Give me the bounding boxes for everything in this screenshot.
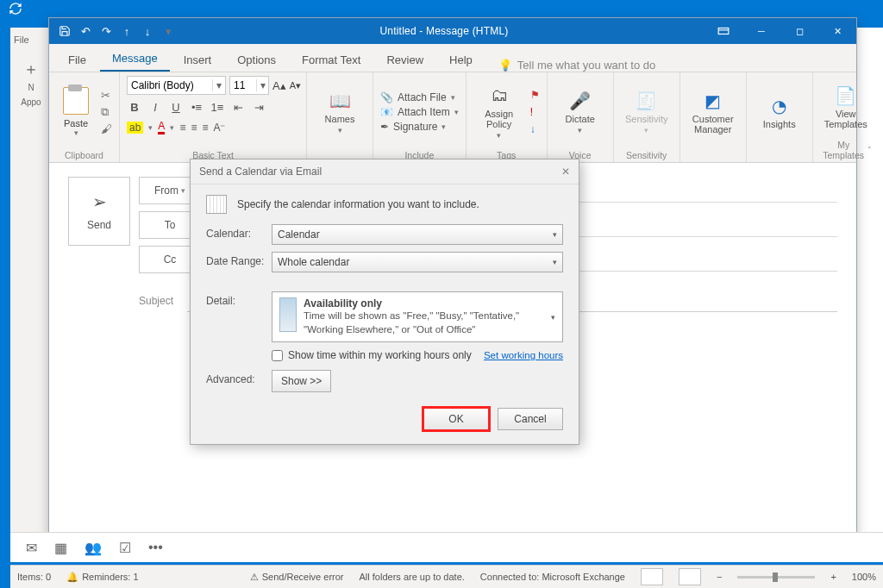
align-left-button[interactable]: ≡ (179, 122, 185, 134)
dictate-button[interactable]: 🎤Dictate▾ (554, 90, 606, 134)
status-items: Items: 0 (17, 572, 51, 582)
calendar-select[interactable]: Calendar (272, 224, 563, 245)
status-reminders[interactable]: 🔔Reminders: 1 (66, 572, 138, 583)
view-templates-button[interactable]: 📄View Templates (820, 84, 872, 129)
outdent-button[interactable]: ⇤ (230, 101, 246, 114)
grow-font-icon[interactable]: A▴ (272, 79, 286, 92)
file-tab-peek[interactable]: File (10, 33, 52, 47)
cancel-button[interactable]: Cancel (498, 408, 563, 430)
indent-button[interactable]: ⇥ (251, 101, 266, 114)
new-button[interactable]: ＋ N Appo (10, 66, 52, 102)
paperclip-icon: 📎 (380, 91, 393, 103)
save-icon[interactable] (58, 24, 72, 38)
ok-button[interactable]: OK (423, 408, 489, 430)
font-family-select[interactable]: ▾ (127, 76, 226, 95)
tab-format-text[interactable]: Format Text (290, 48, 373, 72)
sensitivity-button: 🧾Sensitivity▾ (621, 90, 673, 134)
tell-me-text: Tell me what you want to do (517, 59, 655, 72)
undo-icon[interactable]: ↶ (78, 24, 92, 38)
main-left-rail: File ＋ N Appo (10, 28, 53, 562)
insights-button[interactable]: ◔Insights (754, 95, 805, 129)
zoom-in-button[interactable]: + (830, 572, 836, 582)
close-button[interactable]: ✕ (818, 18, 856, 44)
cut-icon[interactable]: ✂ (101, 89, 112, 102)
address-book-icon: 📖 (329, 90, 351, 112)
set-working-hours-link[interactable]: Set working hours (484, 350, 563, 360)
redo-icon[interactable]: ↷ (99, 24, 113, 38)
underline-button[interactable]: U (168, 101, 184, 114)
nav-strip: ✉ ▦ 👥 ☑ ••• (10, 532, 883, 562)
view-normal-button[interactable] (641, 568, 663, 585)
zoom-out-button[interactable]: − (717, 572, 722, 582)
detail-heading: Availability only (304, 297, 555, 310)
numbering-button[interactable]: 1≡ (210, 101, 225, 114)
follow-up-flag-icon[interactable]: ⚑ (530, 89, 540, 101)
qat-more-icon[interactable]: ▾ (161, 24, 175, 38)
italic-button[interactable]: I (147, 101, 163, 114)
tab-options[interactable]: Options (225, 48, 288, 72)
dialog-close-icon[interactable]: ✕ (561, 166, 570, 178)
group-my-templates: 📄View Templates My Templates˄ (813, 72, 879, 162)
format-painter-icon[interactable]: 🖌 (101, 122, 112, 135)
minimize-button[interactable]: ─ (742, 18, 780, 44)
clear-formatting-button[interactable]: A⁻ (213, 122, 225, 134)
group-basic-text: ▾ ▾ A▴ A▾ B I U •≡ 1≡ ⇤ ⇥ (120, 72, 307, 162)
sync-icon[interactable] (0, 2, 31, 16)
font-color-button[interactable]: A (158, 120, 165, 134)
maximize-button[interactable]: ◻ (780, 18, 818, 44)
collapse-ribbon-icon[interactable]: ˄ (867, 146, 872, 154)
tab-help[interactable]: Help (437, 48, 485, 72)
people-nav-icon[interactable]: 👥 (85, 540, 102, 556)
detail-swatch-icon (279, 297, 297, 332)
assign-policy-button[interactable]: 🗂 Assign Policy▾ (473, 84, 525, 140)
align-center-button[interactable]: ≡ (191, 122, 197, 134)
advanced-show-button[interactable]: Show >> (272, 370, 331, 392)
names-button[interactable]: 📖 Names ▾ (314, 90, 366, 134)
customer-manager-button[interactable]: ◩Customer Manager (687, 90, 739, 134)
status-error[interactable]: ⚠Send/Receive error (250, 572, 344, 583)
attach-item-button[interactable]: 📧Attach Item▾ (380, 106, 459, 118)
more-nav-icon[interactable]: ••• (148, 540, 163, 555)
low-importance-icon[interactable]: ↓ (530, 123, 540, 135)
tab-file[interactable]: File (56, 48, 98, 72)
warning-icon: ⚠ (250, 572, 259, 583)
mail-nav-icon[interactable]: ✉ (26, 540, 37, 556)
policy-icon: 🗂 (488, 84, 510, 107)
tab-message[interactable]: Message (100, 47, 170, 72)
tell-me-search[interactable]: 💡 Tell me what you want to do (498, 59, 655, 72)
zoom-slider[interactable] (737, 576, 815, 579)
attach-file-button[interactable]: 📎Attach File▾ (380, 91, 459, 103)
signature-button[interactable]: ✒Signature▾ (380, 121, 459, 133)
copy-icon[interactable]: ⧉ (101, 105, 112, 119)
date-range-select[interactable]: Whole calendar (272, 252, 563, 272)
signature-icon: ✒ (380, 121, 389, 133)
dialog-title-bar: Send a Calendar via Email ✕ (191, 160, 579, 185)
view-reading-button[interactable] (679, 568, 701, 585)
paste-button[interactable]: Paste ▾ (56, 87, 96, 137)
font-size-select[interactable]: ▾ (229, 76, 269, 95)
working-hours-checkbox[interactable] (272, 350, 283, 361)
bold-button[interactable]: B (127, 101, 142, 114)
group-label: My Templates (820, 140, 867, 160)
detail-select[interactable]: Availability only Time will be shown as … (272, 291, 563, 342)
next-icon[interactable]: ↓ (141, 24, 154, 38)
subject-label: Subject (139, 295, 173, 307)
highlight-button[interactable]: ab (127, 122, 143, 134)
prev-icon[interactable]: ↑ (120, 24, 134, 38)
group-tags: 🗂 Assign Policy▾ ⚑ ! ↓ Tags (467, 72, 548, 162)
group-names: 📖 Names ▾ (307, 72, 373, 162)
bullets-button[interactable]: •≡ (189, 101, 204, 114)
status-connected: Connected to: Microsoft Exchange (480, 572, 625, 582)
send-button[interactable]: ➢ Send (68, 177, 130, 246)
tab-review[interactable]: Review (374, 48, 435, 72)
status-bar: Items: 0 🔔Reminders: 1 ⚠Send/Receive err… (10, 565, 883, 588)
high-importance-icon[interactable]: ! (530, 106, 540, 118)
ribbon-options-icon[interactable] (705, 18, 742, 44)
tab-insert[interactable]: Insert (172, 48, 224, 72)
outlook-badge-icon: ◩ (702, 90, 724, 112)
working-hours-label: Show time within my working hours only (288, 349, 472, 361)
calendar-nav-icon[interactable]: ▦ (54, 540, 67, 556)
tasks-nav-icon[interactable]: ☑ (119, 540, 131, 556)
align-right-button[interactable]: ≡ (202, 122, 208, 134)
shrink-font-icon[interactable]: A▾ (290, 80, 301, 91)
